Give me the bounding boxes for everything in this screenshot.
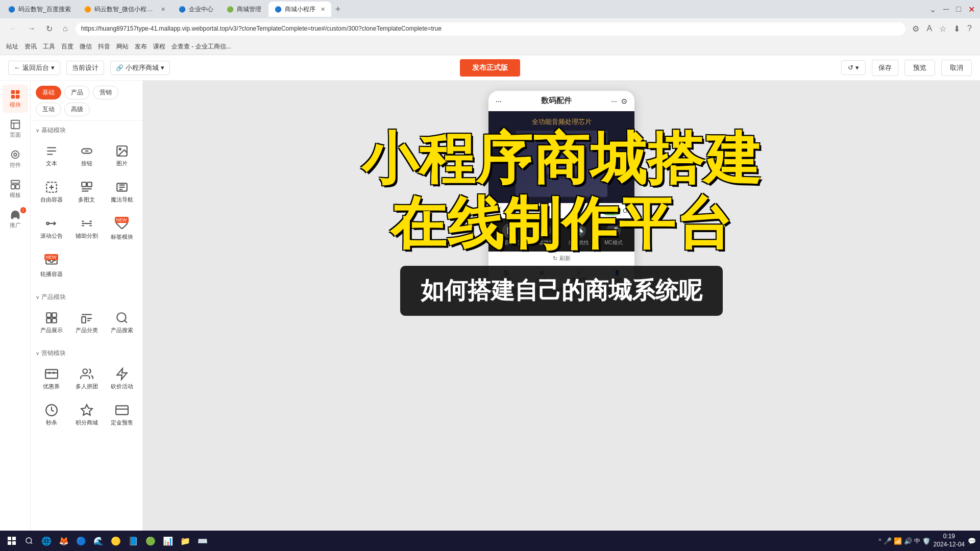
module-tagmodule[interactable]: NEW 标签模块 — [106, 212, 137, 245]
taskbar-search[interactable] — [21, 533, 37, 548]
sidebar-item-modules[interactable]: 模块 — [3, 85, 28, 113]
help-btn[interactable]: ? — [965, 22, 974, 35]
back-button[interactable]: ← — [6, 23, 20, 34]
bookmark-tools[interactable]: 工具 — [43, 42, 55, 51]
design-selector[interactable]: 当前设计 — [66, 61, 104, 75]
taskbar-file[interactable]: 📁 — [178, 533, 193, 548]
module-prepay[interactable]: 定金预售 — [106, 399, 137, 431]
tab-advanced[interactable]: 高级 — [64, 103, 90, 116]
product-modules-title[interactable]: 产品模块 — [36, 293, 137, 302]
systray-network[interactable]: 📶 — [894, 537, 902, 545]
maximize-button[interactable]: □ — [953, 4, 964, 15]
nav-cart[interactable]: 🛒购物车 — [572, 270, 587, 284]
tab-product[interactable]: 产品 — [64, 86, 90, 99]
marketing-modules-title[interactable]: 营销模块 — [36, 349, 137, 358]
tab-1[interactable]: 🔵 码云数智_百度搜索 — [2, 2, 77, 17]
tab-basic[interactable]: 基础 — [36, 86, 61, 99]
new-tab-button[interactable]: + — [332, 4, 344, 15]
bookmark-publish[interactable]: 发布 — [135, 42, 147, 51]
extension-btn[interactable]: ⚙ — [910, 22, 921, 36]
systray-sound[interactable]: 🔊 — [904, 537, 912, 545]
module-productshow[interactable]: 产品展示 — [36, 307, 67, 339]
module-pointsmall[interactable]: 积分商城 — [71, 399, 102, 431]
systray-lang[interactable]: 中 — [914, 537, 920, 545]
translate-btn[interactable]: A — [924, 22, 934, 35]
sidebar-item-promote[interactable]: 推广 ! — [3, 205, 28, 233]
taskbar-app1[interactable]: 🟡 — [108, 533, 124, 548]
miniprogram-selector[interactable]: 🔗 小程序商城 ▾ — [110, 61, 170, 75]
basic-modules-title[interactable]: 基础模块 — [36, 126, 137, 135]
taskbar-terminal[interactable]: ⌨️ — [195, 533, 210, 548]
taskbar-firefox[interactable]: 🦊 — [56, 533, 71, 548]
nav-home[interactable]: 🏠首页 — [501, 270, 511, 284]
tab-5-close[interactable]: ✕ — [321, 6, 325, 13]
toggle-switch[interactable] — [602, 206, 621, 215]
taskbar-app3[interactable]: 🟢 — [143, 533, 158, 548]
forward-button[interactable]: → — [24, 23, 39, 34]
save-button[interactable]: 保存 — [872, 60, 898, 76]
taskbar-edge[interactable]: 🌊 — [91, 533, 106, 548]
module-groupbuy[interactable]: 多人拼团 — [71, 363, 102, 395]
phone-close-icon[interactable]: ⊙ — [621, 97, 627, 105]
publish-button[interactable]: 发布正式版 — [460, 59, 520, 77]
tab-2-close[interactable]: ✕ — [161, 6, 165, 13]
bookmark-website[interactable]: 网站 — [116, 42, 129, 51]
taskbar-app2[interactable]: 📘 — [126, 533, 141, 548]
download-btn[interactable]: ⬇ — [951, 22, 962, 36]
module-image[interactable]: 图片 — [106, 140, 137, 172]
cancel-button[interactable]: 取消 — [941, 60, 972, 76]
module-second[interactable]: 秒杀 — [36, 399, 67, 431]
home-button[interactable]: ⌂ — [60, 23, 71, 34]
taskbar-chrome[interactable]: 🔵 — [74, 533, 89, 548]
module-productcat[interactable]: 产品分类 — [71, 307, 102, 339]
bookmark-enterprise[interactable]: 企查查 - 企业工商信... — [172, 42, 231, 51]
tab-2[interactable]: 🟠 码云数智_微信小程序制作平台 ✕ — [78, 2, 172, 17]
bookmark-baidu[interactable]: 百度 — [61, 42, 74, 51]
history-button[interactable]: ↺ ▾ — [841, 60, 866, 75]
module-marquee[interactable]: 滚动公告 — [36, 212, 67, 245]
module-carousel[interactable]: NEW 轮播容器 — [36, 249, 67, 283]
bookmark-news[interactable]: 资讯 — [24, 42, 37, 51]
taskbar-browser[interactable]: 🌐 — [39, 533, 54, 548]
bookmark-douyin[interactable]: 抖音 — [98, 42, 110, 51]
tab-5[interactable]: 🔵 商城小程序 ✕ — [268, 2, 331, 17]
module-coupon[interactable]: 优惠券 — [36, 363, 67, 395]
tab-3[interactable]: 🔵 企业中心 — [173, 2, 219, 17]
module-flashsale[interactable]: 砍价活动 — [106, 363, 137, 395]
systray-arrow[interactable]: ^ — [878, 538, 881, 544]
refresh-button[interactable]: ↻ — [43, 23, 56, 35]
sidebar-item-templates[interactable]: 模板 — [3, 175, 28, 203]
tab-list-button[interactable]: ⌄ — [926, 4, 939, 15]
module-magnav[interactable]: 魔法导航 — [106, 176, 137, 208]
bookmark-wechat[interactable]: 微信 — [80, 42, 92, 51]
refresh-icon[interactable]: ↻ — [553, 255, 557, 262]
sidebar-item-pages[interactable]: 页面 — [3, 115, 28, 143]
taskbar-excel[interactable]: 📊 — [160, 533, 176, 548]
module-text[interactable]: 文本 — [36, 140, 67, 172]
minimize-button[interactable]: ─ — [940, 4, 952, 15]
address-input[interactable] — [75, 21, 906, 36]
systray-mic[interactable]: 🎤 — [884, 537, 892, 545]
close-button[interactable]: ✕ — [965, 4, 978, 15]
bookmark-course[interactable]: 课程 — [153, 42, 165, 51]
taskbar-notification[interactable]: 💬 — [968, 537, 976, 545]
back-to-admin-button[interactable]: ← 返回后台 ▾ — [8, 61, 60, 75]
taskbar-start[interactable] — [4, 533, 19, 548]
module-productsearch[interactable]: 产品搜索 — [106, 307, 137, 339]
module-multitext[interactable]: 多图文 — [71, 176, 102, 208]
phone-menu-icon[interactable]: ··· — [611, 97, 617, 105]
module-freecontainer[interactable]: 自由容器 — [36, 176, 67, 208]
preview-button[interactable]: 预览 — [904, 60, 935, 76]
sidebar-item-controls[interactable]: 控件 — [3, 145, 28, 173]
nav-category[interactable]: ⊞分类 — [536, 270, 547, 284]
tab-4[interactable]: 🟢 商城管理 — [220, 2, 267, 17]
nav-mine[interactable]: 👤我的 — [612, 270, 622, 284]
taskbar-time[interactable]: 0:19 2024-12-04 — [934, 533, 965, 548]
systray-antivirus[interactable]: 🛡️ — [922, 537, 930, 545]
tab-interactive[interactable]: 互动 — [36, 103, 61, 116]
module-divider[interactable]: 辅助分割 — [71, 212, 102, 245]
star-btn[interactable]: ☆ — [937, 22, 948, 36]
tab-marketing[interactable]: 营销 — [93, 86, 118, 99]
module-button[interactable]: 按钮 — [71, 140, 102, 172]
bookmark-sites[interactable]: 站址 — [6, 42, 18, 51]
